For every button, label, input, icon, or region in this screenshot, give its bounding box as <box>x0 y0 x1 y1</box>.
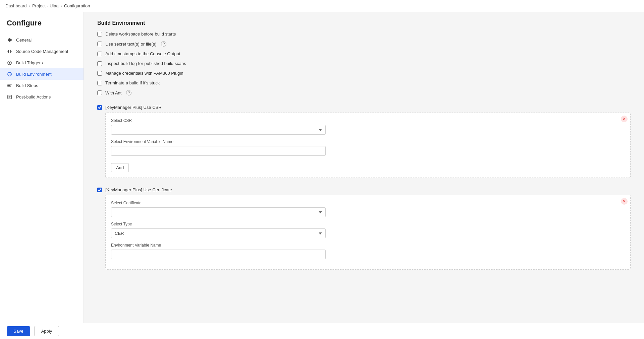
csr-panel-close-button[interactable]: ✕ <box>621 116 628 122</box>
sidebar-item-post-build[interactable]: Post-build Actions <box>0 91 84 103</box>
sidebar-item-source-code[interactable]: Source Code Management <box>0 46 84 57</box>
csr-add-button[interactable]: Add <box>111 163 129 172</box>
label-with-ant[interactable]: With Ant <box>105 90 121 95</box>
section-title: Build Environment <box>97 20 631 26</box>
cert-env-var-label: Environment Variable Name <box>111 243 625 248</box>
sidebar-item-general[interactable]: General <box>0 34 84 46</box>
checkbox-row-keymanager-csr: [KeyManager Plus] Use CSR <box>97 105 631 110</box>
label-delete-workspace[interactable]: Delete workspace before build starts <box>105 31 176 37</box>
save-button[interactable]: Save <box>7 326 30 336</box>
svg-rect-6 <box>7 95 11 98</box>
cert-select-type-label: Select Type <box>111 222 625 226</box>
label-terminate-build[interactable]: Terminate a build if it's stuck <box>105 80 160 85</box>
label-keymanager-csr[interactable]: [KeyManager Plus] Use CSR <box>105 105 162 110</box>
cert-select-cert-group: Select Certificate <box>111 201 625 217</box>
main-content: Build Environment Delete workspace befor… <box>84 12 644 339</box>
certificate-panel-close-button[interactable]: ✕ <box>621 198 628 205</box>
code-icon <box>7 49 12 54</box>
cert-select-cert-dropdown[interactable] <box>111 207 326 217</box>
sidebar-item-build-triggers[interactable]: Build Triggers <box>0 57 84 68</box>
breadcrumb-current: Configuration <box>64 3 90 8</box>
svg-rect-3 <box>7 84 11 84</box>
checkbox-inspect-build[interactable] <box>97 61 102 66</box>
globe-icon <box>7 71 12 77</box>
sidebar-item-build-steps-label: Build Steps <box>16 83 38 88</box>
label-use-secret[interactable]: Use secret text(s) or file(s) <box>105 42 156 47</box>
label-manage-credentials[interactable]: Manage credentials with PAM360 Plugin <box>105 71 183 76</box>
post-icon <box>7 94 12 99</box>
svg-point-1 <box>9 62 10 64</box>
checkbox-row-inspect-build: Inspect build log for published build sc… <box>97 61 631 66</box>
help-icon-with-ant[interactable]: ? <box>126 90 131 95</box>
cert-select-type-group: Select Type CER PFX JKS <box>111 222 625 238</box>
svg-rect-5 <box>7 86 11 87</box>
cert-select-cert-wrapper <box>111 207 625 217</box>
sidebar-item-general-label: General <box>16 38 32 43</box>
csr-select-csr-wrapper <box>111 125 625 135</box>
checkbox-row-delete-workspace: Delete workspace before build starts <box>97 31 631 37</box>
checkbox-row-manage-credentials: Manage credentials with PAM360 Plugin <box>97 71 631 76</box>
sidebar-item-post-build-label: Post-build Actions <box>16 94 51 99</box>
breadcrumb-project[interactable]: Project - Ulaa <box>32 3 59 8</box>
label-add-timestamps[interactable]: Add timestamps to the Console Output <box>105 51 180 56</box>
checkbox-keymanager-certificate[interactable] <box>97 188 102 192</box>
checkbox-add-timestamps[interactable] <box>97 52 102 56</box>
sidebar-item-build-steps[interactable]: Build Steps <box>0 80 84 91</box>
checkbox-section-certificate: [KeyManager Plus] Use Certificate ✕ Sele… <box>97 187 631 270</box>
checkbox-section-csr: [KeyManager Plus] Use CSR ✕ Select CSR <box>97 105 631 178</box>
checkbox-row-keymanager-certificate: [KeyManager Plus] Use Certificate <box>97 187 631 192</box>
checkbox-list: Delete workspace before build starts Use… <box>97 31 631 270</box>
checkbox-row-with-ant: With Ant ? <box>97 90 631 95</box>
topbar: Dashboard › Project - Ulaa › Configurati… <box>0 0 644 12</box>
sidebar: Configure General Source Code Management… <box>0 12 84 339</box>
breadcrumb-sep-2: › <box>61 3 62 8</box>
sidebar-item-build-environment[interactable]: Build Environment <box>0 68 84 80</box>
gear-icon <box>7 37 12 43</box>
breadcrumb-sep-1: › <box>29 3 30 8</box>
csr-env-var-input[interactable] <box>111 146 326 156</box>
checkbox-row-terminate-build: Terminate a build if it's stuck <box>97 80 631 85</box>
sidebar-title: Configure <box>0 19 84 34</box>
checkbox-with-ant[interactable] <box>97 90 102 95</box>
cert-env-var-group: Environment Variable Name <box>111 243 625 259</box>
label-inspect-build[interactable]: Inspect build log for published build sc… <box>105 61 186 66</box>
breadcrumb-dashboard[interactable]: Dashboard <box>5 3 27 8</box>
trigger-icon <box>7 60 12 65</box>
label-keymanager-certificate[interactable]: [KeyManager Plus] Use Certificate <box>105 187 172 192</box>
csr-panel: ✕ Select CSR Select Environment Variable… <box>105 113 631 178</box>
sidebar-item-source-code-label: Source Code Management <box>16 49 68 54</box>
cert-select-type-wrapper: CER PFX JKS <box>111 228 625 238</box>
breadcrumb: Dashboard › Project - Ulaa › Configurati… <box>5 3 90 8</box>
cert-select-cert-label: Select Certificate <box>111 201 625 205</box>
checkbox-row-add-timestamps: Add timestamps to the Console Output <box>97 51 631 56</box>
sidebar-item-build-triggers-label: Build Triggers <box>16 60 43 65</box>
csr-env-var-label: Select Environment Variable Name <box>111 139 625 144</box>
csr-select-csr-label: Select CSR <box>111 118 625 123</box>
help-icon-use-secret[interactable]: ? <box>161 41 166 47</box>
checkbox-row-use-secret: Use secret text(s) or file(s) ? <box>97 41 631 47</box>
csr-select-csr-dropdown[interactable] <box>111 125 326 135</box>
checkbox-keymanager-csr[interactable] <box>97 105 102 110</box>
csr-env-var-group: Select Environment Variable Name <box>111 139 625 156</box>
checkbox-delete-workspace[interactable] <box>97 32 102 37</box>
cert-env-var-input[interactable] <box>111 250 326 259</box>
certificate-panel: ✕ Select Certificate Select Type <box>105 195 631 270</box>
apply-button[interactable]: Apply <box>34 326 59 336</box>
csr-select-csr-group: Select CSR <box>111 118 625 135</box>
cert-select-type-dropdown[interactable]: CER PFX JKS <box>111 228 326 238</box>
checkbox-terminate-build[interactable] <box>97 81 102 85</box>
checkbox-manage-credentials[interactable] <box>97 71 102 76</box>
steps-icon <box>7 83 12 88</box>
svg-rect-4 <box>7 85 10 85</box>
bottom-bar: Save Apply <box>0 323 644 339</box>
sidebar-item-build-environment-label: Build Environment <box>16 72 52 77</box>
checkbox-use-secret[interactable] <box>97 42 102 46</box>
